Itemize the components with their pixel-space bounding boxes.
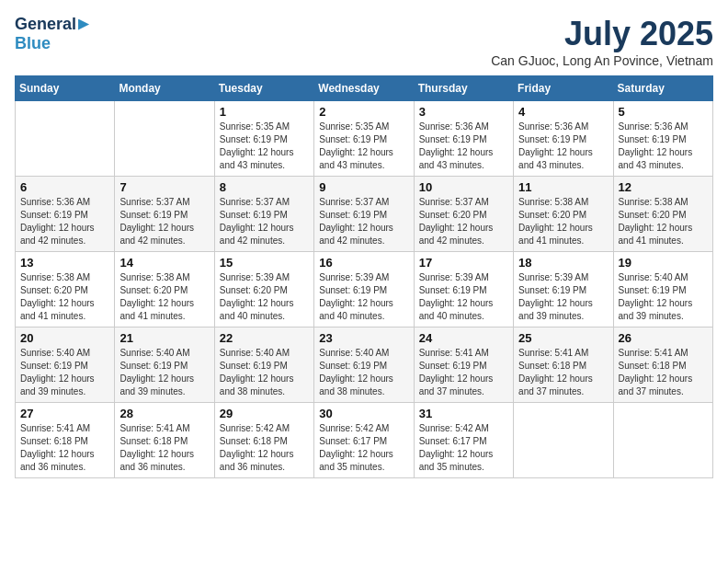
calendar-week-3: 13Sunrise: 5:38 AMSunset: 6:20 PMDayligh… — [16, 252, 713, 327]
calendar-cell: 26Sunrise: 5:41 AMSunset: 6:18 PMDayligh… — [613, 327, 712, 403]
day-info: Sunrise: 5:38 AMSunset: 6:20 PMDaylight:… — [619, 196, 708, 247]
day-number: 13 — [20, 256, 109, 270]
day-number: 30 — [319, 407, 408, 420]
calendar-week-1: 1Sunrise: 5:35 AMSunset: 6:19 PMDaylight… — [16, 101, 713, 177]
calendar-cell — [115, 101, 214, 177]
day-info: Sunrise: 5:36 AMSunset: 6:19 PMDaylight:… — [518, 121, 608, 172]
day-info: Sunrise: 5:35 AMSunset: 6:19 PMDaylight:… — [319, 121, 408, 172]
header-sunday: Sunday — [16, 76, 115, 101]
header-tuesday: Tuesday — [214, 76, 313, 101]
calendar-cell: 29Sunrise: 5:42 AMSunset: 6:18 PMDayligh… — [214, 403, 313, 478]
calendar-week-2: 6Sunrise: 5:36 AMSunset: 6:19 PMDaylight… — [16, 177, 713, 252]
day-number: 15 — [220, 256, 309, 270]
calendar-cell: 18Sunrise: 5:39 AMSunset: 6:19 PMDayligh… — [514, 252, 613, 327]
calendar-cell: 5Sunrise: 5:36 AMSunset: 6:19 PMDaylight… — [613, 101, 712, 177]
calendar-cell: 12Sunrise: 5:38 AMSunset: 6:20 PMDayligh… — [613, 177, 712, 252]
day-info: Sunrise: 5:39 AMSunset: 6:19 PMDaylight:… — [419, 271, 508, 323]
day-info: Sunrise: 5:42 AMSunset: 6:18 PMDaylight:… — [220, 422, 309, 474]
day-info: Sunrise: 5:37 AMSunset: 6:19 PMDaylight:… — [119, 196, 209, 247]
day-number: 11 — [518, 180, 608, 194]
day-info: Sunrise: 5:38 AMSunset: 6:20 PMDaylight:… — [119, 271, 209, 323]
day-number: 3 — [419, 105, 508, 119]
calendar-cell: 11Sunrise: 5:38 AMSunset: 6:20 PMDayligh… — [514, 177, 613, 252]
logo: General Blue — [15, 15, 89, 53]
day-number: 7 — [119, 180, 209, 194]
day-info: Sunrise: 5:40 AMSunset: 6:19 PMDaylight:… — [319, 347, 408, 398]
calendar-cell: 13Sunrise: 5:38 AMSunset: 6:20 PMDayligh… — [16, 252, 115, 327]
calendar-cell: 31Sunrise: 5:42 AMSunset: 6:17 PMDayligh… — [414, 403, 513, 478]
calendar-cell — [16, 101, 115, 177]
day-info: Sunrise: 5:36 AMSunset: 6:19 PMDaylight:… — [20, 196, 109, 247]
calendar-cell: 6Sunrise: 5:36 AMSunset: 6:19 PMDaylight… — [16, 177, 115, 252]
calendar-cell: 30Sunrise: 5:42 AMSunset: 6:17 PMDayligh… — [314, 403, 414, 478]
calendar-cell: 27Sunrise: 5:41 AMSunset: 6:18 PMDayligh… — [16, 403, 115, 478]
day-info: Sunrise: 5:39 AMSunset: 6:20 PMDaylight:… — [220, 271, 309, 323]
calendar-cell: 17Sunrise: 5:39 AMSunset: 6:19 PMDayligh… — [414, 252, 513, 327]
calendar-cell: 24Sunrise: 5:41 AMSunset: 6:19 PMDayligh… — [414, 327, 513, 403]
location-subtitle: Can GJuoc, Long An Povince, Vietnam — [491, 53, 713, 68]
day-info: Sunrise: 5:42 AMSunset: 6:17 PMDaylight:… — [419, 422, 508, 474]
day-info: Sunrise: 5:37 AMSunset: 6:19 PMDaylight:… — [319, 196, 408, 247]
day-number: 28 — [119, 407, 209, 420]
calendar-cell: 21Sunrise: 5:40 AMSunset: 6:19 PMDayligh… — [115, 327, 214, 403]
header-friday: Friday — [514, 76, 613, 101]
day-number: 27 — [20, 407, 109, 420]
day-number: 23 — [319, 331, 408, 345]
day-info: Sunrise: 5:37 AMSunset: 6:20 PMDaylight:… — [419, 196, 508, 247]
day-number: 24 — [419, 331, 508, 345]
day-number: 31 — [419, 407, 508, 420]
day-info: Sunrise: 5:36 AMSunset: 6:19 PMDaylight:… — [619, 121, 708, 172]
calendar-cell: 8Sunrise: 5:37 AMSunset: 6:19 PMDaylight… — [214, 177, 313, 252]
calendar-week-5: 27Sunrise: 5:41 AMSunset: 6:18 PMDayligh… — [16, 403, 713, 478]
calendar-cell: 15Sunrise: 5:39 AMSunset: 6:20 PMDayligh… — [214, 252, 313, 327]
title-area: July 2025 Can GJuoc, Long An Povince, Vi… — [491, 15, 713, 68]
day-number: 20 — [20, 331, 109, 345]
calendar-cell: 19Sunrise: 5:40 AMSunset: 6:19 PMDayligh… — [613, 252, 712, 327]
calendar-week-4: 20Sunrise: 5:40 AMSunset: 6:19 PMDayligh… — [16, 327, 713, 403]
day-info: Sunrise: 5:40 AMSunset: 6:19 PMDaylight:… — [119, 347, 209, 398]
day-info: Sunrise: 5:38 AMSunset: 6:20 PMDaylight:… — [518, 196, 608, 247]
day-info: Sunrise: 5:42 AMSunset: 6:17 PMDaylight:… — [319, 422, 408, 474]
header-monday: Monday — [115, 76, 214, 101]
day-info: Sunrise: 5:41 AMSunset: 6:18 PMDaylight:… — [619, 347, 708, 398]
calendar-cell: 22Sunrise: 5:40 AMSunset: 6:19 PMDayligh… — [214, 327, 313, 403]
day-number: 9 — [319, 180, 408, 194]
calendar-table: SundayMondayTuesdayWednesdayThursdayFrid… — [15, 75, 713, 478]
day-info: Sunrise: 5:38 AMSunset: 6:20 PMDaylight:… — [20, 271, 109, 323]
day-info: Sunrise: 5:41 AMSunset: 6:19 PMDaylight:… — [419, 347, 508, 398]
calendar-cell: 1Sunrise: 5:35 AMSunset: 6:19 PMDaylight… — [214, 101, 313, 177]
day-number: 26 — [619, 331, 708, 345]
day-number: 25 — [518, 331, 608, 345]
day-number: 4 — [518, 105, 608, 119]
calendar-cell: 28Sunrise: 5:41 AMSunset: 6:18 PMDayligh… — [115, 403, 214, 478]
day-info: Sunrise: 5:41 AMSunset: 6:18 PMDaylight:… — [518, 347, 608, 398]
day-info: Sunrise: 5:39 AMSunset: 6:19 PMDaylight:… — [518, 271, 608, 323]
calendar-header-row: SundayMondayTuesdayWednesdayThursdayFrid… — [16, 76, 713, 101]
day-number: 21 — [119, 331, 209, 345]
calendar-cell: 16Sunrise: 5:39 AMSunset: 6:19 PMDayligh… — [314, 252, 414, 327]
day-info: Sunrise: 5:40 AMSunset: 6:19 PMDaylight:… — [619, 271, 708, 323]
day-number: 2 — [319, 105, 408, 119]
day-number: 19 — [619, 256, 708, 270]
header-saturday: Saturday — [613, 76, 712, 101]
day-number: 5 — [619, 105, 708, 119]
calendar-cell: 3Sunrise: 5:36 AMSunset: 6:19 PMDaylight… — [414, 101, 513, 177]
calendar-cell: 10Sunrise: 5:37 AMSunset: 6:20 PMDayligh… — [414, 177, 513, 252]
day-number: 18 — [518, 256, 608, 270]
day-number: 22 — [220, 331, 309, 345]
logo-general: General — [15, 15, 76, 34]
logo-blue: Blue — [15, 34, 51, 53]
calendar-cell: 4Sunrise: 5:36 AMSunset: 6:19 PMDaylight… — [514, 101, 613, 177]
month-title: July 2025 — [491, 15, 713, 53]
day-info: Sunrise: 5:41 AMSunset: 6:18 PMDaylight:… — [20, 422, 109, 474]
day-number: 14 — [119, 256, 209, 270]
day-info: Sunrise: 5:41 AMSunset: 6:18 PMDaylight:… — [119, 422, 209, 474]
page-header: General Blue July 2025 Can GJuoc, Long A… — [15, 15, 713, 68]
header-wednesday: Wednesday — [314, 76, 414, 101]
logo-icon — [78, 19, 89, 30]
day-info: Sunrise: 5:36 AMSunset: 6:19 PMDaylight:… — [419, 121, 508, 172]
day-info: Sunrise: 5:40 AMSunset: 6:19 PMDaylight:… — [20, 347, 109, 398]
calendar-cell: 2Sunrise: 5:35 AMSunset: 6:19 PMDaylight… — [314, 101, 414, 177]
header-thursday: Thursday — [414, 76, 513, 101]
day-info: Sunrise: 5:35 AMSunset: 6:19 PMDaylight:… — [220, 121, 309, 172]
